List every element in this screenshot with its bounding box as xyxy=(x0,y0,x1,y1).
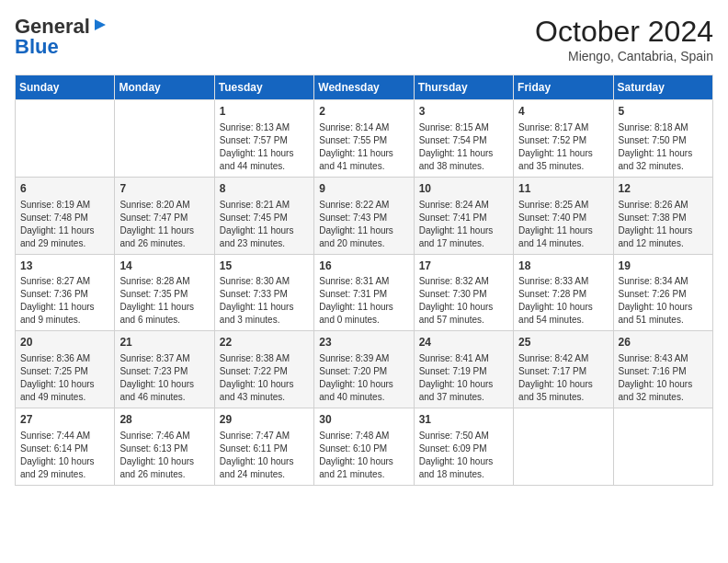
day-number: 20 xyxy=(20,335,109,350)
day-info: Sunrise: 8:20 AM Sunset: 7:47 PM Dayligh… xyxy=(119,199,209,250)
month-title: October 2024 xyxy=(535,15,713,49)
calendar-cell: 8Sunrise: 8:21 AM Sunset: 7:45 PM Daylig… xyxy=(214,177,313,254)
day-info: Sunrise: 8:28 AM Sunset: 7:35 PM Dayligh… xyxy=(119,275,209,327)
calendar-cell: 15Sunrise: 8:30 AM Sunset: 7:33 PM Dayli… xyxy=(214,254,313,331)
day-info: Sunrise: 8:34 AM Sunset: 7:26 PM Dayligh… xyxy=(619,275,708,327)
calendar-cell: 29Sunrise: 7:47 AM Sunset: 6:11 PM Dayli… xyxy=(214,408,313,486)
weekday-header-row: SundayMondayTuesdayWednesdayThursdayFrid… xyxy=(16,75,713,100)
weekday-header-friday: Friday xyxy=(514,75,613,100)
day-info: Sunrise: 8:33 AM Sunset: 7:28 PM Dayligh… xyxy=(518,275,608,327)
weekday-header-tuesday: Tuesday xyxy=(214,75,313,100)
calendar-cell: 11Sunrise: 8:25 AM Sunset: 7:40 PM Dayli… xyxy=(514,177,613,254)
day-info: Sunrise: 8:17 AM Sunset: 7:52 PM Dayligh… xyxy=(518,121,608,173)
page-header: General Blue October 2024 Miengo, Cantab… xyxy=(15,15,713,63)
day-number: 25 xyxy=(518,335,608,350)
day-info: Sunrise: 8:19 AM Sunset: 7:48 PM Dayligh… xyxy=(20,199,109,250)
calendar-week-5: 27Sunrise: 7:44 AM Sunset: 6:14 PM Dayli… xyxy=(16,408,713,486)
day-number: 26 xyxy=(619,335,708,350)
calendar-cell: 27Sunrise: 7:44 AM Sunset: 6:14 PM Dayli… xyxy=(16,408,115,486)
day-info: Sunrise: 7:47 AM Sunset: 6:11 PM Dayligh… xyxy=(220,430,309,481)
day-info: Sunrise: 8:14 AM Sunset: 7:55 PM Dayligh… xyxy=(319,121,408,173)
logo-arrow-icon xyxy=(93,17,108,36)
day-info: Sunrise: 8:18 AM Sunset: 7:50 PM Dayligh… xyxy=(619,121,708,173)
calendar-cell: 18Sunrise: 8:33 AM Sunset: 7:28 PM Dayli… xyxy=(514,254,613,331)
day-number: 28 xyxy=(119,412,209,428)
day-info: Sunrise: 8:27 AM Sunset: 7:36 PM Dayligh… xyxy=(20,275,109,327)
calendar-week-2: 6Sunrise: 8:19 AM Sunset: 7:48 PM Daylig… xyxy=(16,177,713,254)
calendar-body: 1Sunrise: 8:13 AM Sunset: 7:57 PM Daylig… xyxy=(16,100,713,486)
day-number: 24 xyxy=(419,335,508,350)
day-number: 13 xyxy=(20,259,109,274)
calendar-cell xyxy=(613,408,712,486)
day-number: 16 xyxy=(319,259,408,274)
calendar-cell: 1Sunrise: 8:13 AM Sunset: 7:57 PM Daylig… xyxy=(214,100,313,178)
day-info: Sunrise: 8:42 AM Sunset: 7:17 PM Dayligh… xyxy=(518,352,608,404)
day-number: 14 xyxy=(119,259,209,274)
day-info: Sunrise: 8:13 AM Sunset: 7:57 PM Dayligh… xyxy=(220,121,309,173)
calendar-cell: 9Sunrise: 8:22 AM Sunset: 7:43 PM Daylig… xyxy=(314,177,414,254)
day-number: 21 xyxy=(119,335,209,350)
calendar-week-1: 1Sunrise: 8:13 AM Sunset: 7:57 PM Daylig… xyxy=(16,100,713,178)
weekday-header-monday: Monday xyxy=(115,75,214,100)
calendar-cell: 2Sunrise: 8:14 AM Sunset: 7:55 PM Daylig… xyxy=(314,100,414,178)
calendar-table: SundayMondayTuesdayWednesdayThursdayFrid… xyxy=(15,75,713,486)
calendar-cell: 24Sunrise: 8:41 AM Sunset: 7:19 PM Dayli… xyxy=(414,331,513,408)
day-info: Sunrise: 7:50 AM Sunset: 6:09 PM Dayligh… xyxy=(419,430,508,481)
day-number: 31 xyxy=(419,412,508,428)
calendar-week-4: 20Sunrise: 8:36 AM Sunset: 7:25 PM Dayli… xyxy=(16,331,713,408)
location-subtitle: Miengo, Cantabria, Spain xyxy=(535,49,713,63)
calendar-cell: 17Sunrise: 8:32 AM Sunset: 7:30 PM Dayli… xyxy=(414,254,513,331)
logo-text-blue: Blue xyxy=(15,35,59,59)
day-number: 27 xyxy=(20,412,109,428)
day-number: 3 xyxy=(419,104,508,120)
calendar-cell: 5Sunrise: 8:18 AM Sunset: 7:50 PM Daylig… xyxy=(613,100,712,178)
day-number: 11 xyxy=(518,181,608,197)
day-info: Sunrise: 7:44 AM Sunset: 6:14 PM Dayligh… xyxy=(20,430,109,481)
logo: General Blue xyxy=(15,15,108,59)
day-number: 8 xyxy=(220,181,309,197)
calendar-cell: 19Sunrise: 8:34 AM Sunset: 7:26 PM Dayli… xyxy=(613,254,712,331)
calendar-cell xyxy=(514,408,613,486)
day-number: 23 xyxy=(319,335,408,350)
day-info: Sunrise: 8:41 AM Sunset: 7:19 PM Dayligh… xyxy=(419,352,508,404)
day-number: 15 xyxy=(220,259,309,274)
calendar-cell: 22Sunrise: 8:38 AM Sunset: 7:22 PM Dayli… xyxy=(214,331,313,408)
day-info: Sunrise: 8:32 AM Sunset: 7:30 PM Dayligh… xyxy=(419,275,508,327)
day-number: 30 xyxy=(319,412,408,428)
day-number: 9 xyxy=(319,181,408,197)
day-info: Sunrise: 8:36 AM Sunset: 7:25 PM Dayligh… xyxy=(20,352,109,404)
day-info: Sunrise: 8:21 AM Sunset: 7:45 PM Dayligh… xyxy=(220,199,309,250)
calendar-cell: 13Sunrise: 8:27 AM Sunset: 7:36 PM Dayli… xyxy=(16,254,115,331)
calendar-cell: 31Sunrise: 7:50 AM Sunset: 6:09 PM Dayli… xyxy=(414,408,513,486)
day-info: Sunrise: 8:39 AM Sunset: 7:20 PM Dayligh… xyxy=(319,352,408,404)
day-number: 17 xyxy=(419,259,508,274)
day-info: Sunrise: 7:48 AM Sunset: 6:10 PM Dayligh… xyxy=(319,430,408,481)
calendar-header: SundayMondayTuesdayWednesdayThursdayFrid… xyxy=(16,75,713,100)
day-number: 1 xyxy=(220,104,309,120)
weekday-header-thursday: Thursday xyxy=(414,75,513,100)
calendar-cell: 21Sunrise: 8:37 AM Sunset: 7:23 PM Dayli… xyxy=(115,331,214,408)
day-number: 6 xyxy=(20,181,109,197)
day-number: 22 xyxy=(220,335,309,350)
day-number: 2 xyxy=(319,104,408,120)
day-info: Sunrise: 8:24 AM Sunset: 7:41 PM Dayligh… xyxy=(419,199,508,250)
calendar-cell: 25Sunrise: 8:42 AM Sunset: 7:17 PM Dayli… xyxy=(514,331,613,408)
day-number: 29 xyxy=(220,412,309,428)
calendar-cell xyxy=(115,100,214,178)
day-number: 5 xyxy=(619,104,708,120)
calendar-cell: 23Sunrise: 8:39 AM Sunset: 7:20 PM Dayli… xyxy=(314,331,414,408)
weekday-header-sunday: Sunday xyxy=(16,75,115,100)
calendar-cell: 4Sunrise: 8:17 AM Sunset: 7:52 PM Daylig… xyxy=(514,100,613,178)
calendar-cell xyxy=(16,100,115,178)
day-info: Sunrise: 7:46 AM Sunset: 6:13 PM Dayligh… xyxy=(119,430,209,481)
calendar-cell: 6Sunrise: 8:19 AM Sunset: 7:48 PM Daylig… xyxy=(16,177,115,254)
calendar-cell: 16Sunrise: 8:31 AM Sunset: 7:31 PM Dayli… xyxy=(314,254,414,331)
day-info: Sunrise: 8:25 AM Sunset: 7:40 PM Dayligh… xyxy=(518,199,608,250)
calendar-cell: 28Sunrise: 7:46 AM Sunset: 6:13 PM Dayli… xyxy=(115,408,214,486)
weekday-header-saturday: Saturday xyxy=(613,75,712,100)
day-info: Sunrise: 8:37 AM Sunset: 7:23 PM Dayligh… xyxy=(119,352,209,404)
calendar-cell: 3Sunrise: 8:15 AM Sunset: 7:54 PM Daylig… xyxy=(414,100,513,178)
calendar-cell: 12Sunrise: 8:26 AM Sunset: 7:38 PM Dayli… xyxy=(613,177,712,254)
day-number: 10 xyxy=(419,181,508,197)
calendar-cell: 30Sunrise: 7:48 AM Sunset: 6:10 PM Dayli… xyxy=(314,408,414,486)
